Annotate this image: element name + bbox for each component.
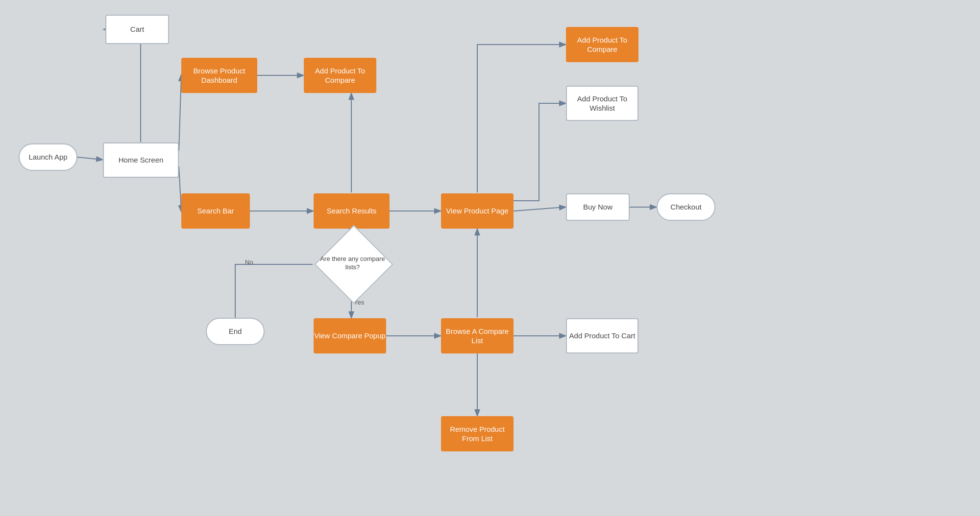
node-add-product-to-wishlist: Add Product To Wishlist — [566, 86, 638, 121]
node-checkout: Checkout — [657, 193, 715, 221]
flowchart-diagram: No Yes Launch App Cart Home Screen Brows… — [0, 0, 980, 516]
label-no: No — [245, 258, 253, 266]
node-search-results: Search Results — [314, 193, 390, 229]
node-end: End — [206, 318, 265, 345]
node-remove-product-from-list: Remove Product From List — [441, 416, 514, 451]
node-add-product-to-cart: Add Product To Cart — [566, 318, 638, 353]
node-add-product-to-compare-right: Add Product To Compare — [566, 27, 638, 62]
node-buy-now: Buy Now — [566, 193, 630, 221]
node-view-compare-popup: View Compare Popup — [314, 318, 386, 353]
node-launch-app: Launch App — [19, 143, 77, 171]
node-view-product-page: View Product Page — [441, 193, 514, 229]
node-home-screen: Home Screen — [103, 142, 179, 178]
svg-line-0 — [77, 157, 102, 160]
node-browse-product-dashboard: Browse Product Dashboard — [181, 58, 257, 93]
node-add-product-to-compare-mid: Add Product To Compare — [304, 58, 376, 93]
node-diamond-compare-lists: Are there any compare lists? — [315, 229, 391, 298]
node-search-bar: Search Bar — [181, 193, 250, 229]
node-cart: Cart — [105, 15, 169, 44]
svg-line-9 — [514, 207, 565, 211]
node-browse-compare-list: Browse A Compare List — [441, 318, 514, 353]
